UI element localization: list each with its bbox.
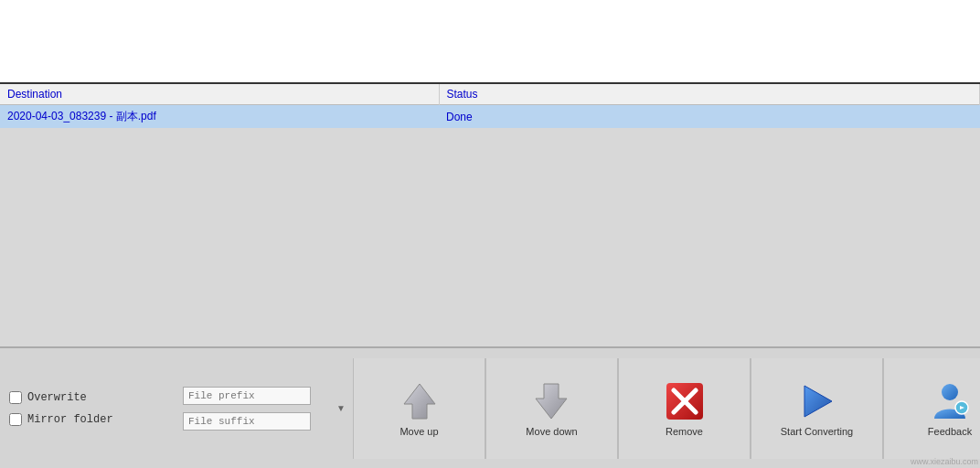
svg-point-6 [942, 384, 958, 400]
x-icon [664, 380, 706, 422]
move-up-label: Move up [399, 426, 438, 437]
play-icon [795, 380, 837, 422]
start-converting-panel: Start Converting [751, 358, 883, 459]
move-up-button[interactable]: Move up [395, 377, 444, 441]
start-converting-label: Start Converting [781, 426, 853, 437]
start-converting-button[interactable]: Start Converting [777, 377, 857, 441]
arrow-indicator: ▼ [334, 401, 348, 416]
options-panel: Overwrite Mirror folder [9, 391, 183, 426]
remove-label: Remove [666, 426, 703, 437]
overwrite-checkbox[interactable] [9, 391, 22, 404]
top-area [0, 0, 980, 82]
file-prefix-input[interactable] [183, 387, 311, 405]
table-container: Destination Status 2020-04-03_083239 - 副… [0, 82, 980, 347]
svg-marker-1 [536, 384, 567, 419]
destination-cell: 2020-04-03_083239 - 副本.pdf [0, 105, 439, 129]
overwrite-label: Overwrite [27, 391, 87, 404]
move-down-panel: Move down [485, 358, 618, 459]
mirror-folder-label: Mirror folder [27, 413, 113, 426]
feedback-panel: Feedback [883, 358, 980, 459]
fields-panel [183, 387, 325, 431]
watermark: www.xiezaibu.com [911, 457, 978, 466]
move-down-button[interactable]: Move down [522, 377, 581, 441]
svg-marker-5 [804, 386, 832, 417]
svg-marker-0 [404, 384, 435, 419]
mirror-folder-checkbox[interactable] [9, 413, 22, 426]
toolbar: Overwrite Mirror folder ▼ [0, 347, 980, 468]
table-row[interactable]: 2020-04-03_083239 - 副本.pdfDone [0, 105, 980, 129]
move-down-label: Move down [526, 426, 577, 437]
arrow-down-icon [530, 380, 572, 422]
remove-panel: Remove [618, 358, 751, 459]
feedback-label: Feedback [928, 426, 972, 437]
col-status: Status [439, 84, 980, 105]
status-cell: Done [439, 105, 980, 129]
arrow-up-icon [399, 380, 441, 422]
table-header: Destination Status [0, 84, 980, 105]
feedback-button[interactable]: Feedback [924, 377, 975, 441]
mirror-folder-row: Mirror folder [9, 413, 183, 426]
col-destination: Destination [0, 84, 439, 105]
feedback-person-icon [929, 380, 971, 422]
overwrite-row: Overwrite [9, 391, 183, 404]
file-suffix-input[interactable] [183, 412, 311, 431]
move-up-panel: Move up [353, 358, 485, 459]
file-table: Destination Status 2020-04-03_083239 - 副… [0, 84, 980, 128]
remove-button[interactable]: Remove [660, 377, 709, 441]
